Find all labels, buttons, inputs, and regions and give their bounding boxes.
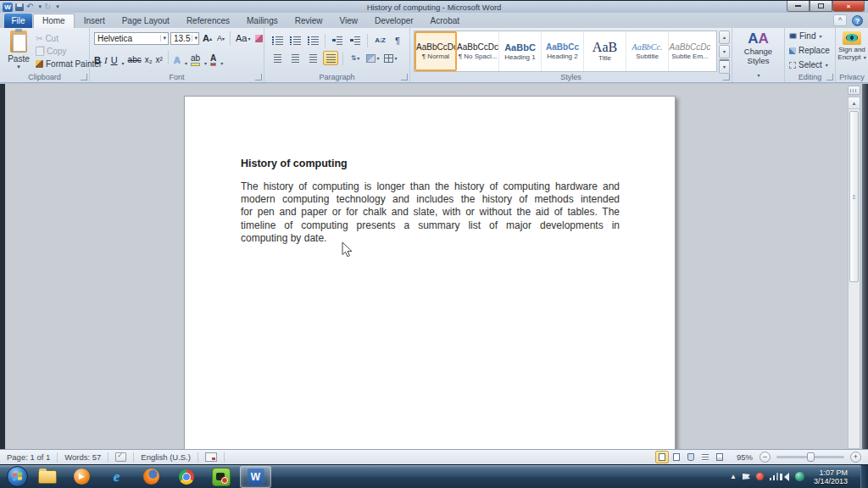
document-body[interactable]: The history of computing is longer than …: [241, 180, 620, 245]
zoom-in-icon[interactable]: +: [850, 452, 861, 463]
increase-indent-button[interactable]: [348, 33, 363, 47]
paste-button[interactable]: Paste ▾: [4, 30, 33, 71]
highlight-dropdown-icon[interactable]: ▾: [204, 60, 207, 66]
align-center-button[interactable]: [287, 51, 303, 65]
style-subtitle[interactable]: AaBbCc. Subtitle: [626, 31, 669, 71]
taskbar-internet-explorer-button[interactable]: e: [101, 466, 132, 488]
font-color-dropdown-icon[interactable]: ▾: [220, 60, 223, 66]
page-number-indicator[interactable]: Page: 1 of 1: [0, 452, 58, 463]
taskbar-firefox-button[interactable]: [136, 466, 167, 488]
text-effects-dropdown-icon[interactable]: ▾: [185, 60, 187, 66]
word-count-indicator[interactable]: Words: 57: [58, 452, 108, 463]
font-dialog-launcher-icon[interactable]: [255, 74, 262, 80]
clear-formatting-button[interactable]: [253, 32, 264, 45]
macro-record-button[interactable]: [198, 452, 225, 463]
zoom-level[interactable]: 95%: [737, 452, 753, 462]
sign-and-encrypt-button[interactable]: Sign and Encrypt ▾ Privacy: [836, 28, 868, 82]
document-page[interactable]: History of computing The history of comp…: [184, 96, 676, 449]
undo-dropdown-icon[interactable]: ▾: [36, 3, 42, 10]
proofing-status-button[interactable]: [108, 452, 134, 463]
security-alert-icon[interactable]: [756, 473, 764, 480]
network-signal-icon[interactable]: [770, 473, 778, 480]
save-icon[interactable]: [15, 3, 24, 11]
style-no-spacing[interactable]: AaBbCcDc ¶ No Spaci...: [457, 31, 499, 71]
change-case-button[interactable]: Aa▾: [234, 32, 252, 45]
tab-view[interactable]: View: [331, 14, 367, 28]
taskbar-camtasia-button[interactable]: [205, 466, 236, 488]
undo-icon[interactable]: ↶: [26, 3, 33, 11]
tab-insert[interactable]: Insert: [75, 14, 114, 28]
borders-button[interactable]: ▾: [383, 51, 398, 65]
font-size-select[interactable]: 13.5 ▾: [170, 32, 199, 45]
print-layout-view-button[interactable]: [655, 451, 669, 463]
paragraph-dialog-launcher-icon[interactable]: [401, 74, 408, 80]
vertical-scrollbar[interactable]: ▴: [848, 97, 860, 449]
bullets-button[interactable]: [270, 33, 285, 47]
restore-button[interactable]: [810, 1, 832, 12]
align-right-button[interactable]: [305, 51, 320, 65]
tab-home[interactable]: Home: [33, 14, 75, 28]
scrollbar-up-icon[interactable]: ▴: [849, 97, 860, 109]
decrease-indent-button[interactable]: [330, 33, 345, 47]
start-button[interactable]: [7, 466, 28, 487]
italic-button[interactable]: I: [104, 54, 108, 66]
underline-button[interactable]: U: [111, 54, 118, 66]
web-layout-view-button[interactable]: [684, 451, 698, 463]
paste-dropdown-icon[interactable]: ▾: [4, 64, 33, 70]
taskbar-media-player-button[interactable]: ▶: [66, 466, 97, 488]
shading-button[interactable]: ▾: [365, 51, 381, 65]
language-indicator[interactable]: English (U.S.): [134, 452, 198, 463]
minimize-button[interactable]: [787, 1, 810, 12]
numbering-button[interactable]: [287, 33, 303, 47]
text-effects-button[interactable]: A: [174, 54, 181, 66]
action-center-icon[interactable]: [743, 474, 750, 480]
help-icon[interactable]: ?: [852, 15, 863, 26]
customize-quick-access-icon[interactable]: ▾: [53, 3, 59, 10]
draft-view-button[interactable]: [713, 451, 726, 463]
tab-developer[interactable]: Developer: [366, 14, 422, 28]
clipboard-dialog-launcher-icon[interactable]: [81, 74, 87, 80]
document-heading[interactable]: History of computing: [241, 158, 348, 169]
style-subtle-emphasis[interactable]: AaBbCcDc Subtle Em...: [669, 31, 711, 71]
outline-view-button[interactable]: [698, 451, 712, 463]
view-ruler-toggle-icon[interactable]: [848, 86, 860, 95]
zoom-slider-thumb[interactable]: [807, 452, 815, 462]
taskbar-chrome-button[interactable]: [170, 466, 202, 488]
superscript-button[interactable]: x²: [156, 54, 163, 66]
tab-references[interactable]: References: [178, 14, 238, 28]
bold-button[interactable]: B: [94, 54, 101, 66]
replace-button[interactable]: Replace: [789, 44, 835, 57]
justify-button[interactable]: [323, 51, 338, 65]
tab-file[interactable]: File: [4, 14, 32, 28]
strikethrough-button[interactable]: abc: [128, 54, 142, 66]
select-button[interactable]: Select ▾: [789, 58, 835, 71]
styles-scroll-up-icon[interactable]: ▴: [719, 30, 730, 44]
tab-mailings[interactable]: Mailings: [238, 14, 287, 28]
underline-dropdown-icon[interactable]: ▾: [122, 60, 125, 66]
styles-more-icon[interactable]: ▾: [719, 59, 730, 74]
tab-acrobat[interactable]: Acrobat: [422, 14, 468, 28]
align-left-button[interactable]: [270, 51, 285, 65]
change-styles-button[interactable]: AA Change Styles ▾: [732, 28, 785, 82]
show-desktop-button[interactable]: [860, 465, 868, 488]
font-family-dropdown-icon[interactable]: ▾: [160, 35, 168, 42]
styles-scroll-down-icon[interactable]: ▾: [719, 45, 730, 58]
show-hide-formatting-button[interactable]: ¶: [390, 33, 405, 47]
highlight-color-button[interactable]: ab: [191, 54, 200, 66]
word-logo-icon[interactable]: W: [3, 3, 13, 12]
repeat-icon[interactable]: ↻: [44, 3, 51, 11]
style-normal[interactable]: AaBbCcDc ¶ Normal: [415, 31, 457, 71]
volume-icon[interactable]: [784, 473, 789, 481]
close-button[interactable]: ×: [832, 1, 865, 12]
minimize-ribbon-icon[interactable]: ^: [833, 14, 847, 26]
tab-page-layout[interactable]: Page Layout: [114, 14, 178, 28]
taskbar-explorer-button[interactable]: [31, 466, 63, 488]
sort-button[interactable]: A↓Z: [372, 33, 387, 47]
style-title[interactable]: AaB Title: [584, 31, 626, 71]
network-connection-icon[interactable]: [795, 472, 804, 481]
find-button[interactable]: Find ▾: [789, 30, 835, 42]
tab-review[interactable]: Review: [287, 14, 331, 28]
full-screen-reading-view-button[interactable]: [670, 451, 683, 463]
subscript-button[interactable]: x₂: [145, 54, 153, 66]
style-heading-2[interactable]: AaBbCc Heading 2: [542, 31, 584, 71]
